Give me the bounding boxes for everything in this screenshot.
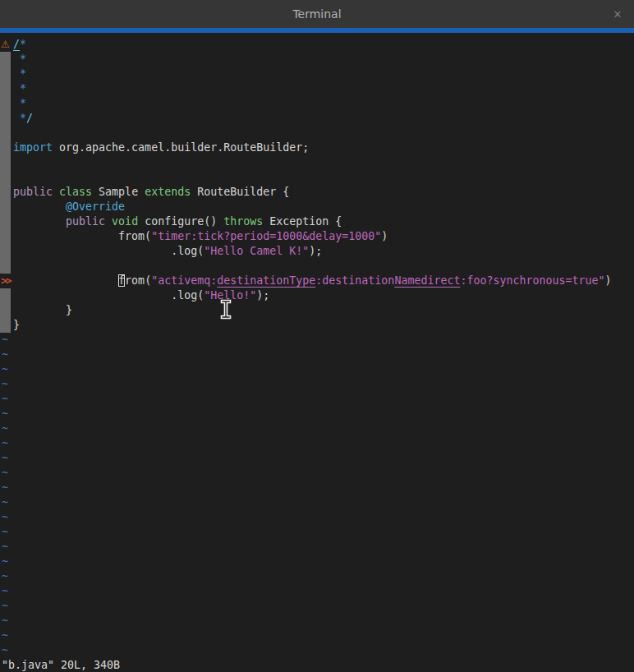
code-token: ) [381, 230, 388, 242]
empty-line-tilde: ~ [0, 599, 634, 614]
code-line: import org.apache.camel.builder.RouteBui… [0, 140, 634, 155]
empty-line-tilde: ~ [0, 525, 634, 540]
empty-line-tilde: ~ [0, 584, 634, 599]
empty-line-tilde: ~ [0, 614, 634, 628]
code-token: * [13, 67, 26, 80]
code-line: from("timer:tick?period=1000&delay=1000"… [0, 229, 634, 244]
code-token [13, 215, 66, 228]
code-token: @Override [66, 200, 125, 213]
empty-line-tilde: ~ [0, 362, 634, 377]
code-line: } [0, 318, 634, 333]
code-token: public [13, 186, 53, 198]
code-token: Exception { [263, 215, 342, 228]
code-line: public class Sample extends RouteBuilder… [0, 185, 634, 200]
code-line [0, 126, 634, 140]
code-token: org.apache.camel.builder.RouteBuilder; [53, 141, 309, 154]
code-token: rom( [125, 274, 151, 287]
empty-line-tilde: ~ [0, 421, 634, 436]
code-token: ); [309, 245, 322, 257]
code-line: * [0, 52, 634, 67]
code-line [0, 155, 634, 170]
empty-line-tilde: ~ [0, 481, 634, 495]
vim-block-cursor: f [118, 274, 125, 287]
code-token: ); [256, 289, 269, 301]
code-token: / [26, 112, 33, 124]
empty-line-tilde: ~ [0, 392, 634, 407]
code-token: :foo?synchronous=true" [460, 274, 604, 287]
code-token [13, 200, 66, 213]
code-token: :destination [315, 274, 394, 287]
code-line: .log("Hello!"); [0, 288, 634, 303]
empty-line-tilde: ~ [0, 555, 634, 569]
terminal-window: Terminal ✕ ⚠>> /* * * * * */import org.a… [0, 0, 634, 672]
code-token: Namedirect [394, 274, 460, 287]
empty-line-tilde: ~ [0, 643, 634, 658]
code-token [53, 186, 59, 198]
empty-line-tilde: ~ [0, 333, 634, 348]
empty-line-tilde: ~ [0, 569, 634, 584]
empty-line-tilde: ~ [0, 628, 634, 643]
code-token: ) [605, 274, 612, 287]
code-token: "activemq: [151, 274, 217, 287]
code-token [13, 274, 118, 287]
code-token: * [13, 82, 26, 94]
code-token: from( [13, 230, 151, 242]
code-line: * [0, 67, 634, 81]
code-token: destinationType [217, 274, 315, 287]
code-token: .log( [13, 289, 204, 301]
code-token: * [20, 38, 26, 50]
code-token: extends [145, 186, 191, 198]
window-title: Terminal [292, 7, 341, 21]
empty-line-tilde: ~ [0, 348, 634, 362]
code-line: /* [0, 37, 634, 52]
code-token: void [112, 215, 138, 228]
close-button[interactable]: ✕ [608, 4, 627, 24]
close-icon: ✕ [613, 8, 623, 21]
code-token: configure() [138, 215, 223, 228]
code-line: from("activemq:destinationType:destinati… [0, 274, 634, 288]
code-token: * [13, 97, 26, 109]
vim-message-line: "b.java" 20L, 340B [0, 658, 634, 672]
vim-buffer: /* * * * * */import org.apache.camel.bui… [0, 37, 634, 672]
empty-line-tilde: ~ [0, 407, 634, 421]
code-line: * [0, 81, 634, 96]
empty-line-tilde: ~ [0, 495, 634, 510]
code-line [0, 259, 634, 274]
empty-line-tilde: ~ [0, 451, 634, 466]
code-token: "Hello Camel K!" [204, 245, 309, 257]
code-token: class [59, 186, 92, 198]
code-token: .log( [13, 245, 204, 257]
code-line: * [0, 96, 634, 111]
code-line: */ [0, 111, 634, 126]
code-token: throws [223, 215, 263, 228]
empty-line-tilde: ~ [0, 466, 634, 481]
code-token: public [66, 215, 105, 228]
titlebar: Terminal ✕ [0, 0, 634, 28]
code-token [105, 215, 112, 228]
code-token: "Hello!" [204, 289, 256, 301]
code-token: Sample [92, 186, 145, 198]
empty-line-tilde: ~ [0, 436, 634, 451]
code-token: import [13, 141, 53, 154]
code-token: / [13, 38, 20, 50]
code-line: .log("Hello Camel K!"); [0, 244, 634, 259]
code-token: "timer:tick?period=1000&delay=1000" [151, 230, 381, 242]
empty-line-tilde: ~ [0, 377, 634, 392]
code-line [0, 170, 634, 185]
code-token: RouteBuilder { [191, 186, 289, 198]
code-token: } [13, 319, 20, 331]
empty-line-tilde: ~ [0, 540, 634, 555]
code-line: public void configure() throws Exception… [0, 214, 634, 229]
code-token: } [13, 304, 72, 316]
code-token: * [13, 53, 26, 65]
code-line: } [0, 303, 634, 318]
code-token: * [13, 112, 26, 124]
code-line: @Override [0, 200, 634, 214]
empty-line-tilde: ~ [0, 510, 634, 525]
terminal-screen[interactable]: ⚠>> /* * * * * */import org.apache.camel… [0, 33, 634, 672]
